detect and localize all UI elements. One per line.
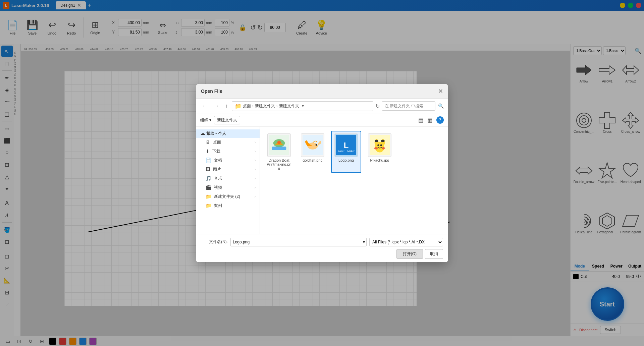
breadcrumb-folder1[interactable]: 新建文件夹 [255, 103, 275, 109]
svg-text:Maker: Maker [347, 149, 355, 152]
sidebar-image-arrow: › [255, 168, 256, 171]
open-btn[interactable]: 打开(O) [396, 249, 423, 259]
sidebar-video-label: 视频 [214, 185, 222, 190]
view-btns: ▤ ▦ [417, 116, 434, 124]
breadcrumb-folder2[interactable]: 新建文件夹 [279, 103, 299, 109]
sidebar-desktop[interactable]: 🖥 桌面 › [196, 138, 260, 147]
svg-point-24 [316, 144, 317, 146]
music-icon: 🎵 [206, 176, 211, 181]
sidebar-music-label: 音乐 [214, 176, 222, 181]
view-grid-btn[interactable]: ▦ [426, 116, 434, 124]
svg-point-36 [380, 144, 382, 146]
sidebar-case-label: 案例 [214, 203, 222, 209]
up-btn[interactable]: ↑ [223, 102, 230, 110]
dialog-toolbar: 组织 ▾ 新建文件夹 ▤ ▦ ? [196, 114, 448, 127]
svg-rect-33 [375, 139, 378, 142]
footer-filetype-select[interactable]: All Files (*.lcpx *.lcp *.AI *.DX [369, 238, 443, 246]
svg-point-35 [377, 144, 379, 146]
back-btn[interactable]: ← [200, 102, 210, 110]
footer-filename-input[interactable] [230, 238, 362, 246]
dialog-search-btn[interactable]: 🔍 [438, 103, 444, 109]
breadcrumb-sep1: › [252, 104, 254, 108]
help-btn[interactable]: ? [436, 116, 444, 124]
cloud-icon: ☁ [200, 131, 205, 136]
sidebar-download-arrow: › [255, 150, 256, 153]
svg-point-38 [382, 147, 385, 150]
file-goldfish-thumb [301, 133, 324, 157]
case-icon: 📁 [206, 203, 211, 208]
file-pikachu[interactable]: Pikachu.jpg [365, 131, 395, 173]
footer-filename-dropdown[interactable]: ▾ [362, 238, 367, 246]
nav-refresh-btn[interactable]: ↻ [375, 103, 380, 109]
dialog-close-btn[interactable]: ✕ [438, 88, 443, 95]
dialog-footer: 文件名(N): ▾ All Files (*.lcpx *.lcp *.AI *… [196, 234, 448, 262]
svg-rect-34 [381, 139, 384, 142]
sidebar-video-arrow: › [255, 186, 256, 189]
sidebar-download-label: 下载 [212, 149, 220, 154]
sidebar-group-label: 紫欣 - 个人 [206, 131, 226, 136]
breadcrumb-dropdown[interactable]: ▾ [302, 104, 304, 108]
file-pikachu-thumb [368, 133, 391, 157]
dialog-search-input[interactable] [382, 101, 435, 111]
sidebar-image[interactable]: 🖼 图片 › [196, 165, 260, 174]
image-folder-icon: 🖼 [206, 167, 210, 172]
dialog-overlay: Open File ✕ ← → ↑ 📁 桌面 › 新建文件夹 › 新建文件夹 ▾… [0, 0, 644, 346]
dialog-nav: ← → ↑ 📁 桌面 › 新建文件夹 › 新建文件夹 ▾ ↻ 🔍 [196, 99, 448, 114]
footer-filename-row: 文件名(N): ▾ All Files (*.lcpx *.lcp *.AI *… [201, 238, 443, 246]
open-file-dialog: Open File ✕ ← → ↑ 📁 桌面 › 新建文件夹 › 新建文件夹 ▾… [196, 84, 448, 262]
file-goldfish[interactable]: goldfish.png [298, 131, 328, 173]
sidebar-download[interactable]: ⬇ 下载 › [196, 147, 260, 156]
file-logo[interactable]: L Laser Maker Logo.png [331, 131, 361, 173]
sidebar-video[interactable]: 🎬 视频 › [196, 183, 260, 192]
newfolder2-icon: 📁 [206, 194, 211, 199]
dialog-body: ☁ 紫欣 - 个人 🖥 桌面 › ⬇ 下载 › 📄 文档 › [196, 127, 448, 234]
svg-point-21 [277, 140, 281, 144]
dialog-title: Open File [201, 89, 222, 94]
breadcrumb-icon: 📁 [235, 103, 241, 109]
file-dragon-boat[interactable]: Dragon Boat Printmaking.png [264, 131, 294, 173]
dialog-sidebar: ☁ 紫欣 - 个人 🖥 桌面 › ⬇ 下载 › 📄 文档 › [196, 127, 260, 234]
cancel-btn[interactable]: 取消 [425, 249, 443, 259]
view-list-btn[interactable]: ▤ [417, 116, 425, 124]
sidebar-doc-arrow: › [255, 159, 256, 162]
file-goldfish-name: goldfish.png [303, 158, 322, 162]
new-folder-btn[interactable]: 新建文件夹 [214, 116, 240, 124]
forward-btn[interactable]: → [212, 102, 221, 110]
file-dragon-name: Dragon Boat Printmaking.png [267, 158, 291, 170]
sidebar-newfolder2-arrow: › [255, 195, 256, 198]
sidebar-newfolder2[interactable]: 📁 新建文件夹 (2) › [196, 192, 260, 201]
download-icon: ⬇ [206, 149, 210, 154]
breadcrumb-bar: 📁 桌面 › 新建文件夹 › 新建文件夹 ▾ [232, 101, 373, 111]
file-pikachu-name: Pikachu.jpg [370, 158, 389, 162]
dialog-files[interactable]: Dragon Boat Printmaking.png [260, 127, 448, 234]
sidebar-arrow: › [255, 140, 256, 144]
sidebar-newfolder2-label: 新建文件夹 (2) [214, 194, 240, 199]
svg-point-37 [374, 147, 378, 150]
breadcrumb-sep2: › [276, 104, 278, 108]
sidebar-music[interactable]: 🎵 音乐 › [196, 174, 260, 183]
video-icon: 🎬 [206, 185, 211, 190]
footer-filename-wrap: ▾ [230, 238, 367, 246]
sidebar-doc-label: 文档 [214, 158, 222, 163]
organize-btn[interactable]: 组织 ▾ [200, 117, 211, 123]
dialog-title-bar: Open File ✕ [196, 84, 448, 99]
svg-text:L: L [344, 140, 349, 150]
sidebar-image-label: 图片 [213, 167, 221, 172]
svg-text:Laser: Laser [338, 149, 345, 152]
sidebar-music-arrow: › [255, 177, 256, 180]
doc-icon: 📄 [206, 158, 211, 163]
footer-filename-label: 文件名(N): [201, 239, 228, 245]
desktop-icon: 🖥 [206, 139, 210, 145]
sidebar-case[interactable]: 📁 案例 [196, 201, 260, 210]
breadcrumb-root[interactable]: 桌面 [243, 103, 251, 109]
svg-rect-19 [272, 147, 286, 150]
sidebar-desktop-label: 桌面 [213, 139, 221, 145]
footer-buttons-row: 打开(O) 取消 [201, 249, 443, 259]
file-dragon-thumb [267, 133, 291, 157]
file-logo-name: Logo.png [338, 158, 354, 162]
file-logo-thumb: L Laser Maker [334, 133, 358, 157]
sidebar-doc[interactable]: 📄 文档 › [196, 156, 260, 165]
sidebar-group-personal[interactable]: ☁ 紫欣 - 个人 [196, 129, 260, 138]
